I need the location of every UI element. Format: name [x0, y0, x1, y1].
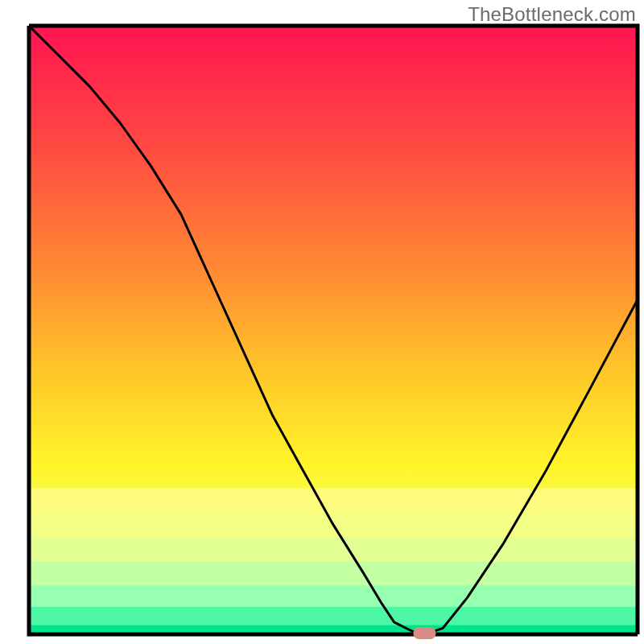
bottleneck-chart: [0, 0, 644, 644]
gradient-band: [29, 537, 638, 561]
gradient-band: [29, 489, 638, 513]
gradient-band: [29, 586, 638, 607]
optimum-marker: [413, 627, 436, 639]
watermark-text: TheBottleneck.com: [468, 3, 636, 26]
chart-frame: { "watermark": "TheBottleneck.com", "cha…: [0, 0, 644, 644]
gradient-band: [29, 607, 638, 625]
gradient-band: [29, 561, 638, 585]
